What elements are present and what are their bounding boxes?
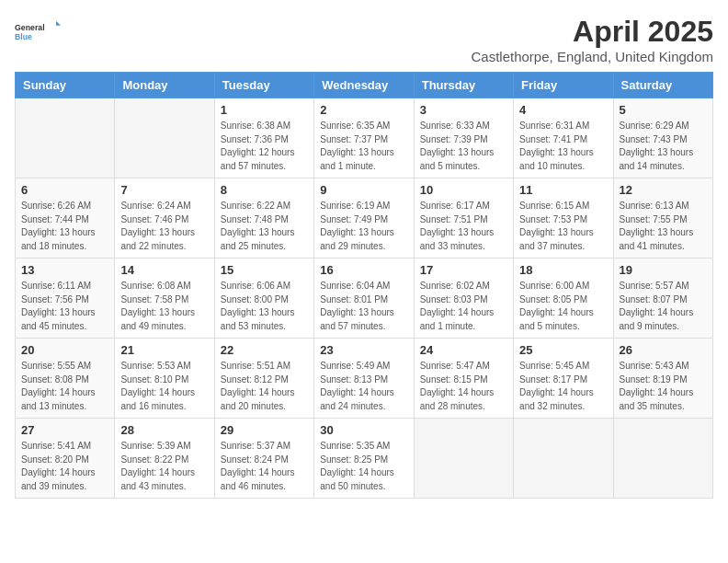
weekday-wednesday: Wednesday	[314, 73, 414, 98]
calendar-cell: 24Sunrise: 5:47 AM Sunset: 8:15 PM Dayli…	[414, 339, 513, 419]
day-number: 11	[519, 183, 607, 197]
calendar-table: SundayMondayTuesdayWednesdayThursdayFrid…	[15, 72, 713, 499]
day-info: Sunrise: 6:11 AM Sunset: 7:56 PM Dayligh…	[21, 280, 108, 333]
day-info: Sunrise: 5:39 AM Sunset: 8:22 PM Dayligh…	[120, 440, 208, 493]
calendar-cell: 12Sunrise: 6:13 AM Sunset: 7:55 PM Dayli…	[613, 178, 712, 259]
week-row-4: 20Sunrise: 5:55 AM Sunset: 8:08 PM Dayli…	[16, 339, 713, 419]
week-row-5: 27Sunrise: 5:41 AM Sunset: 8:20 PM Dayli…	[16, 419, 713, 499]
day-info: Sunrise: 6:04 AM Sunset: 8:01 PM Dayligh…	[320, 280, 407, 333]
week-row-3: 13Sunrise: 6:11 AM Sunset: 7:56 PM Dayli…	[16, 259, 713, 339]
calendar-cell: 9Sunrise: 6:19 AM Sunset: 7:49 PM Daylig…	[314, 178, 414, 259]
weekday-thursday: Thursday	[414, 73, 513, 98]
calendar-cell: 11Sunrise: 6:15 AM Sunset: 7:53 PM Dayli…	[514, 178, 613, 259]
day-info: Sunrise: 6:31 AM Sunset: 7:41 PM Dayligh…	[519, 120, 607, 173]
calendar-cell: 27Sunrise: 5:41 AM Sunset: 8:20 PM Dayli…	[16, 419, 115, 499]
day-number: 7	[120, 183, 208, 197]
calendar-cell: 7Sunrise: 6:24 AM Sunset: 7:46 PM Daylig…	[115, 178, 214, 259]
day-number: 29	[221, 423, 308, 437]
logo-svg: General Blue	[15, 15, 61, 48]
calendar-cell: 26Sunrise: 5:43 AM Sunset: 8:19 PM Dayli…	[613, 339, 712, 419]
day-number: 21	[120, 343, 208, 357]
day-number: 12	[620, 183, 707, 197]
weekday-header-row: SundayMondayTuesdayWednesdayThursdayFrid…	[16, 73, 713, 98]
day-number: 13	[21, 263, 108, 277]
day-number: 23	[320, 343, 407, 357]
day-info: Sunrise: 6:22 AM Sunset: 7:48 PM Dayligh…	[221, 200, 308, 253]
calendar-cell: 2Sunrise: 6:35 AM Sunset: 7:37 PM Daylig…	[314, 98, 414, 178]
calendar-cell: 3Sunrise: 6:33 AM Sunset: 7:39 PM Daylig…	[414, 98, 513, 178]
calendar-cell: 6Sunrise: 6:26 AM Sunset: 7:44 PM Daylig…	[16, 178, 115, 259]
day-number: 27	[21, 423, 108, 437]
calendar-cell: 22Sunrise: 5:51 AM Sunset: 8:12 PM Dayli…	[214, 339, 313, 419]
calendar-cell: 29Sunrise: 5:37 AM Sunset: 8:24 PM Dayli…	[214, 419, 313, 499]
day-info: Sunrise: 6:17 AM Sunset: 7:51 PM Dayligh…	[420, 200, 507, 253]
calendar-cell: 30Sunrise: 5:35 AM Sunset: 8:25 PM Dayli…	[314, 419, 414, 499]
calendar-cell: 14Sunrise: 6:08 AM Sunset: 7:58 PM Dayli…	[115, 259, 214, 339]
day-number: 22	[221, 343, 308, 357]
day-info: Sunrise: 6:02 AM Sunset: 8:03 PM Dayligh…	[420, 280, 507, 333]
calendar-cell	[414, 419, 513, 499]
day-info: Sunrise: 5:53 AM Sunset: 8:10 PM Dayligh…	[120, 360, 208, 413]
calendar-cell: 8Sunrise: 6:22 AM Sunset: 7:48 PM Daylig…	[214, 178, 313, 259]
day-info: Sunrise: 6:15 AM Sunset: 7:53 PM Dayligh…	[519, 200, 607, 253]
day-info: Sunrise: 6:06 AM Sunset: 8:00 PM Dayligh…	[221, 280, 308, 333]
calendar-cell: 16Sunrise: 6:04 AM Sunset: 8:01 PM Dayli…	[314, 259, 414, 339]
calendar-cell: 15Sunrise: 6:06 AM Sunset: 8:00 PM Dayli…	[214, 259, 313, 339]
day-info: Sunrise: 5:47 AM Sunset: 8:15 PM Dayligh…	[420, 360, 507, 413]
day-number: 6	[21, 183, 108, 197]
day-number: 24	[420, 343, 507, 357]
week-row-1: 1Sunrise: 6:38 AM Sunset: 7:36 PM Daylig…	[16, 98, 713, 178]
calendar-cell: 5Sunrise: 6:29 AM Sunset: 7:43 PM Daylig…	[613, 98, 712, 178]
calendar-cell: 13Sunrise: 6:11 AM Sunset: 7:56 PM Dayli…	[16, 259, 115, 339]
calendar-cell	[16, 98, 115, 178]
day-number: 19	[620, 263, 707, 277]
svg-text:General: General	[15, 23, 45, 32]
weekday-saturday: Saturday	[613, 73, 712, 98]
day-info: Sunrise: 6:38 AM Sunset: 7:36 PM Dayligh…	[221, 120, 308, 173]
calendar-cell: 21Sunrise: 5:53 AM Sunset: 8:10 PM Dayli…	[115, 339, 214, 419]
day-number: 10	[420, 183, 507, 197]
day-info: Sunrise: 5:45 AM Sunset: 8:17 PM Dayligh…	[519, 360, 607, 413]
day-number: 25	[519, 343, 607, 357]
day-info: Sunrise: 5:43 AM Sunset: 8:19 PM Dayligh…	[620, 360, 707, 413]
calendar-cell: 1Sunrise: 6:38 AM Sunset: 7:36 PM Daylig…	[214, 98, 313, 178]
day-number: 2	[320, 103, 407, 117]
calendar-cell: 20Sunrise: 5:55 AM Sunset: 8:08 PM Dayli…	[16, 339, 115, 419]
day-number: 14	[120, 263, 208, 277]
title-section: April 2025 Castlethorpe, England, United…	[472, 15, 714, 64]
calendar-cell	[613, 419, 712, 499]
day-info: Sunrise: 5:35 AM Sunset: 8:25 PM Dayligh…	[320, 440, 407, 493]
svg-marker-2	[56, 21, 61, 26]
day-info: Sunrise: 6:33 AM Sunset: 7:39 PM Dayligh…	[420, 120, 507, 173]
day-info: Sunrise: 5:41 AM Sunset: 8:20 PM Dayligh…	[21, 440, 108, 493]
day-number: 17	[420, 263, 507, 277]
day-info: Sunrise: 6:00 AM Sunset: 8:05 PM Dayligh…	[519, 280, 607, 333]
weekday-monday: Monday	[115, 73, 214, 98]
calendar-cell: 17Sunrise: 6:02 AM Sunset: 8:03 PM Dayli…	[414, 259, 513, 339]
day-info: Sunrise: 5:51 AM Sunset: 8:12 PM Dayligh…	[221, 360, 308, 413]
calendar-cell	[514, 419, 613, 499]
day-number: 8	[221, 183, 308, 197]
weekday-sunday: Sunday	[16, 73, 115, 98]
day-info: Sunrise: 5:57 AM Sunset: 8:07 PM Dayligh…	[620, 280, 707, 333]
weekday-tuesday: Tuesday	[214, 73, 313, 98]
calendar-cell	[115, 98, 214, 178]
day-info: Sunrise: 6:08 AM Sunset: 7:58 PM Dayligh…	[120, 280, 208, 333]
day-number: 20	[21, 343, 108, 357]
calendar-cell: 23Sunrise: 5:49 AM Sunset: 8:13 PM Dayli…	[314, 339, 414, 419]
calendar-cell: 28Sunrise: 5:39 AM Sunset: 8:22 PM Dayli…	[115, 419, 214, 499]
calendar-cell: 10Sunrise: 6:17 AM Sunset: 7:51 PM Dayli…	[414, 178, 513, 259]
day-info: Sunrise: 6:35 AM Sunset: 7:37 PM Dayligh…	[320, 120, 407, 173]
day-number: 5	[620, 103, 707, 117]
day-info: Sunrise: 6:29 AM Sunset: 7:43 PM Dayligh…	[620, 120, 707, 173]
page-header: General Blue April 2025 Castlethorpe, En…	[15, 15, 713, 64]
day-info: Sunrise: 6:13 AM Sunset: 7:55 PM Dayligh…	[620, 200, 707, 253]
day-number: 26	[620, 343, 707, 357]
day-number: 30	[320, 423, 407, 437]
day-number: 16	[320, 263, 407, 277]
day-number: 9	[320, 183, 407, 197]
calendar-cell: 19Sunrise: 5:57 AM Sunset: 8:07 PM Dayli…	[613, 259, 712, 339]
svg-text:Blue: Blue	[15, 32, 32, 41]
calendar-title: April 2025	[472, 15, 714, 49]
day-info: Sunrise: 6:19 AM Sunset: 7:49 PM Dayligh…	[320, 200, 407, 253]
